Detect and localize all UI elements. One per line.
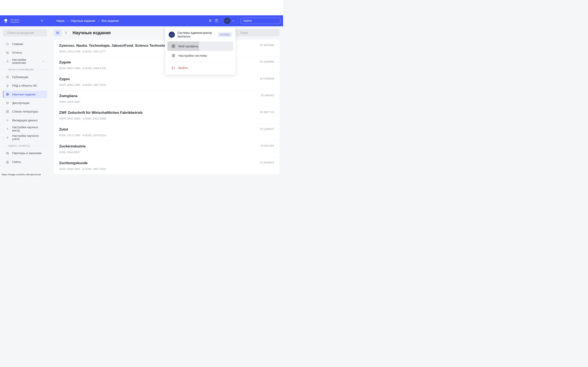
publication-item[interactable]: ZuchtungskundeISSN: 0044-5401e-ISSN: 186… <box>54 157 279 174</box>
publication-issn: ISSN: 0044-5401e-ISSN: 1867-4518 <box>59 167 256 170</box>
gear-icon <box>6 118 9 122</box>
sidebar-item-estimates[interactable]: Сметы <box>3 158 47 166</box>
sidebar-item-partners[interactable]: Партнеры и заказчики <box>3 150 47 157</box>
sidebar-item-tools-settings[interactable]: Настройки научных инстр. <box>3 125 47 133</box>
publication-id: ID 406c8cf <box>261 94 274 97</box>
breadcrumb-item[interactable]: Научные издания <box>71 19 95 22</box>
chevron-right-icon: › <box>98 19 99 22</box>
publication-issn: ISSN: 0591-2385e-ISSN: 1467-9744 <box>59 83 256 86</box>
dropdown-item-profile[interactable]: Мой профиль <box>167 42 233 51</box>
svg-point-9 <box>7 128 8 129</box>
publication-item[interactable]: ZwinglianaISSN: 0254-4407ID 406c8cf <box>54 90 279 107</box>
gear-icon <box>6 59 9 63</box>
chevron-up-icon <box>232 20 234 22</box>
publication-id: ID cad0b37 <box>260 127 274 131</box>
publication-title: Zwingliana <box>59 94 257 98</box>
publication-item[interactable]: ZutotISSN: 1571-7283e-ISSN: 1875-0214ID … <box>54 124 279 141</box>
dropdown-item-label: Мой профиль <box>178 44 198 48</box>
svg-point-15 <box>172 34 172 35</box>
bank-icon <box>6 160 9 164</box>
publication-id: ID de0d641 <box>260 161 274 164</box>
content-search-input[interactable] <box>240 31 277 34</box>
sidebar-item-label: Публикации <box>12 75 28 79</box>
settings-sliders-icon[interactable] <box>208 19 212 23</box>
content-search[interactable] <box>235 29 280 36</box>
svg-point-16 <box>171 34 173 35</box>
svg-point-6 <box>7 85 8 86</box>
list-icon <box>6 110 9 113</box>
page-title: Научные издания <box>72 30 111 35</box>
sidebar-item-label: Партнеры и заказчики <box>12 152 42 155</box>
sidebar-item-label: Отчеты <box>12 51 22 54</box>
publication-issn: ISSN: 0947-0085e-ISSN: 2511-0896 <box>59 117 256 120</box>
dropdown-item-logout[interactable]: Выйти <box>167 63 233 73</box>
sidebar-section-science: НАУКА И ИННОВАЦИИ <box>3 67 47 72</box>
gear-icon <box>6 136 9 139</box>
sidebar-item-label: РИД и объекты ИС <box>12 84 37 87</box>
logo-section: SechenovUniversity <box>3 18 43 24</box>
sidebar-item-accounting-settings[interactable]: Настройки научного учёта <box>3 134 47 142</box>
svg-rect-12 <box>57 32 59 33</box>
publication-title: Zuchtungskunde <box>59 161 256 165</box>
sidebar-item-label: Настройки научного учёта <box>12 134 44 141</box>
publication-id: ID 88577cb <box>260 110 274 114</box>
svg-point-2 <box>226 20 228 22</box>
pin-icon[interactable] <box>41 19 43 22</box>
publication-id: ID e783009 <box>260 77 274 80</box>
sidebar-item-label: Главная <box>12 42 23 46</box>
breadcrumb: Наука › Научные издания › Все издания <box>56 19 119 22</box>
svg-rect-13 <box>57 33 59 34</box>
svg-point-8 <box>7 120 8 121</box>
publication-item[interactable]: ZuckerindustrieISSN: 0344-8657ID 4fe1181 <box>54 141 279 157</box>
user-dropdown: Системы Администратор Sechenov AAA001 Мо… <box>165 27 236 75</box>
user-badge: AAA001 <box>218 32 232 37</box>
sidebar-item-label: Научные издания <box>12 93 35 96</box>
user-menu-trigger[interactable] <box>224 18 234 24</box>
sidebar-item-reports[interactable]: Отчеты <box>3 49 47 57</box>
publication-title: Zutot <box>59 127 256 132</box>
publication-id: ID 4fe1181 <box>260 144 274 147</box>
sidebar-item-dissertations[interactable]: Диссертации <box>3 99 47 107</box>
publication-item[interactable]: ZWF Zeitschrift für Wirtschaftlichen Fab… <box>54 107 279 124</box>
logout-icon <box>172 66 175 70</box>
chevron-down-icon <box>42 60 44 63</box>
breadcrumb-item[interactable]: Все издания <box>102 19 119 22</box>
publication-item[interactable]: ZygonISSN: 0591-2385e-ISSN: 1467-9744ID … <box>54 73 279 90</box>
dropdown-user-info: Системы Администратор Sechenov AAA001 <box>165 29 236 42</box>
app-logo <box>3 18 9 24</box>
profile-icon <box>172 44 175 48</box>
status-bar-url: https://stage.smartics.dev/personal <box>0 172 43 177</box>
sidebar-item-analytics-settings[interactable]: Настройки аналитики <box>3 58 47 65</box>
help-icon[interactable] <box>215 19 218 23</box>
sidebar-item-label: Сметы <box>12 160 21 164</box>
view-toggle <box>54 29 70 36</box>
dropdown-item-label: Настройки системы <box>178 54 207 58</box>
dropdown-item-settings[interactable]: Настройки системы <box>167 51 233 60</box>
sidebar-item-validation[interactable]: Валидация данных <box>3 117 47 124</box>
sidebar-item-home[interactable]: Главная <box>3 40 47 48</box>
sidebar: Главная Отчеты Настройки аналитики НАУКА… <box>0 26 50 177</box>
avatar <box>224 18 230 24</box>
svg-point-18 <box>173 45 174 46</box>
briefcase-icon <box>6 151 9 155</box>
global-search-input[interactable] <box>243 19 281 22</box>
publication-title: Zygon <box>59 77 256 81</box>
publication-issn: ISSN: 0344-8657 <box>59 151 257 154</box>
publication-issn: ISSN: 1571-7283e-ISSN: 1875-0214 <box>59 134 256 137</box>
publication-issn: ISSN: 0254-4407 <box>59 100 257 103</box>
sidebar-item-label: Диссертации <box>12 101 29 105</box>
book-icon <box>6 51 9 54</box>
list-view-button[interactable] <box>62 29 70 36</box>
sidebar-search-input[interactable] <box>8 31 45 34</box>
sidebar-item-journals[interactable]: Научные издания <box>3 91 47 98</box>
sidebar-item-rid[interactable]: РИД и объекты ИС <box>3 82 47 90</box>
sidebar-item-publications[interactable]: Публикации <box>3 73 47 81</box>
card-view-button[interactable] <box>54 29 62 36</box>
sidebar-item-lit-lists[interactable]: Списки литературы <box>3 108 47 116</box>
sidebar-search[interactable] <box>3 29 47 36</box>
sidebar-item-label: Списки литературы <box>12 110 38 113</box>
global-search[interactable] <box>241 18 280 24</box>
breadcrumb-item[interactable]: Наука <box>56 19 65 22</box>
svg-point-1 <box>227 21 227 21</box>
publication-title: Zuckerindustrie <box>59 144 257 148</box>
